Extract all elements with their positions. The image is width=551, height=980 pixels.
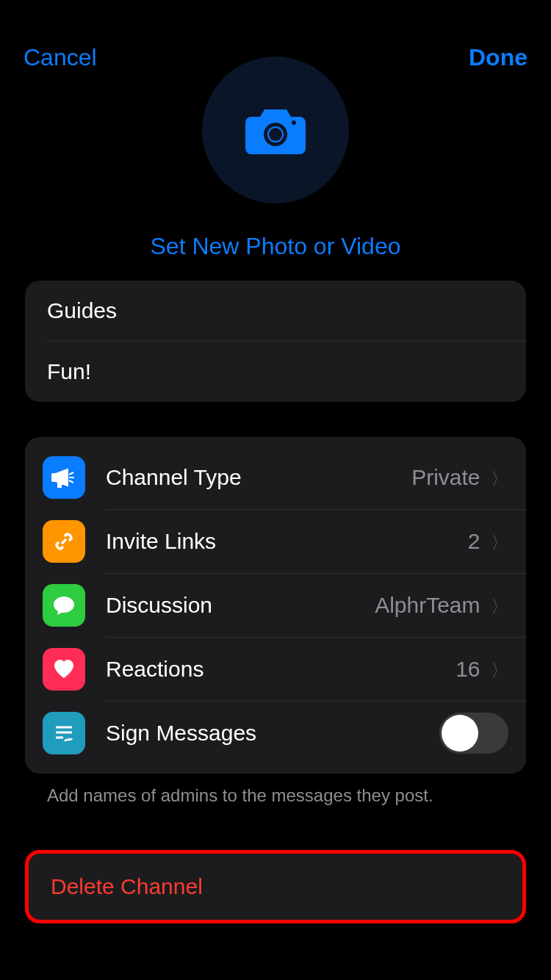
channel-type-value: Private — [411, 465, 480, 489]
reactions-row[interactable]: Reactions 16 〉 — [25, 638, 526, 701]
svg-point-2 — [269, 128, 282, 141]
chevron-right-icon: 〉 — [491, 597, 508, 616]
svg-point-3 — [292, 120, 296, 125]
sign-messages-label: Sign Messages — [106, 721, 256, 746]
discussion-label: Discussion — [106, 593, 212, 618]
settings-card: Channel Type Private 〉 Invite Links 2 〉 — [25, 437, 526, 774]
chevron-right-icon: 〉 — [491, 533, 508, 552]
set-photo-button[interactable] — [202, 57, 349, 203]
invite-links-label: Invite Links — [106, 529, 216, 554]
done-button[interactable]: Done — [469, 44, 527, 71]
chat-icon — [43, 584, 85, 627]
channel-info-card: Guides Fun! — [25, 281, 526, 402]
chevron-right-icon: 〉 — [491, 469, 508, 489]
megaphone-icon — [43, 456, 85, 499]
channel-type-label: Channel Type — [106, 465, 242, 490]
heart-icon — [43, 648, 85, 691]
toggle-knob — [442, 715, 478, 752]
chevron-right-icon: 〉 — [491, 660, 508, 680]
camera-icon — [245, 107, 306, 154]
channel-description-field[interactable]: Fun! — [25, 342, 526, 402]
channel-type-row[interactable]: Channel Type Private 〉 — [25, 446, 526, 509]
delete-channel-label: Delete Channel — [51, 874, 500, 899]
discussion-row[interactable]: Discussion AlphrTeam 〉 — [25, 574, 526, 637]
delete-channel-button[interactable]: Delete Channel — [25, 850, 526, 923]
reactions-value: 16 — [455, 657, 480, 681]
signature-icon — [43, 712, 85, 754]
sign-messages-toggle[interactable] — [439, 713, 508, 754]
channel-name-field[interactable]: Guides — [25, 281, 526, 341]
reactions-label: Reactions — [106, 657, 204, 682]
cancel-button[interactable]: Cancel — [24, 44, 97, 71]
set-photo-link[interactable]: Set New Photo or Video — [151, 233, 401, 260]
sign-messages-row: Sign Messages — [25, 702, 526, 765]
invite-links-value: 2 — [468, 529, 480, 553]
invite-links-row[interactable]: Invite Links 2 〉 — [25, 510, 526, 573]
link-icon — [43, 520, 85, 563]
photo-section: Set New Photo or Video — [0, 57, 551, 260]
sign-messages-footer: Add names of admins to the messages they… — [47, 785, 504, 806]
discussion-value: AlphrTeam — [375, 593, 480, 617]
